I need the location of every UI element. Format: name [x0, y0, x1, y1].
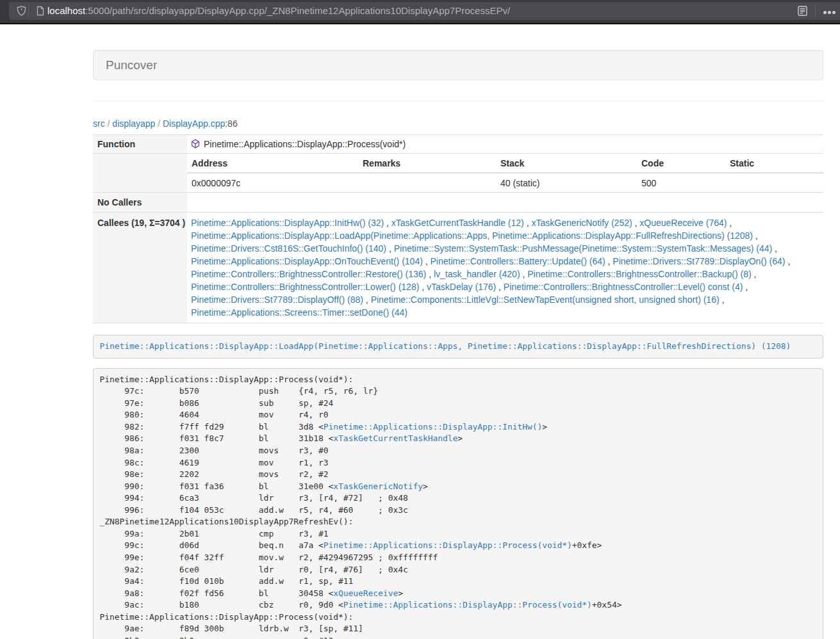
callee-link[interactable]: Pinetime::Drivers::St7789::DisplayOff() … — [191, 295, 363, 305]
reader-view-icon[interactable] — [798, 6, 807, 16]
browser-toolbar: localhost:5000/path/src/displayapp/Displ… — [0, 0, 840, 24]
function-cube-icon — [191, 139, 200, 149]
url-bar[interactable]: localhost:5000/path/src/displayapp/Displ… — [9, 2, 840, 20]
divider — [93, 101, 823, 101]
assembly-symbol-link[interactable]: xTaskGenericNotify — [333, 481, 423, 491]
shield-icon[interactable] — [16, 6, 27, 17]
callee-separator: , — [419, 282, 427, 292]
url-path: :5000/path/src/displayapp/DisplayApp.cpp… — [85, 5, 510, 16]
table-row-details: AddressRemarksStackCodeStatic 0x0000097c… — [93, 154, 823, 193]
page-actions-icon[interactable] — [823, 11, 837, 21]
callee-link[interactable]: Pinetime::System::SystemTask::PushMessag… — [394, 243, 773, 254]
callee-separator: , — [496, 282, 504, 292]
function-label: Function — [93, 135, 187, 154]
callee-separator: , — [632, 218, 640, 228]
cell-static — [725, 173, 823, 192]
callee-separator: , — [772, 243, 777, 254]
callee-separator: , — [520, 269, 528, 279]
callee-separator: , — [423, 256, 431, 266]
assembly-symbol-link[interactable]: xTaskGetCurrentTaskHandle — [333, 433, 457, 443]
callee-separator: , — [363, 295, 371, 305]
table-row-function: Function Pinetime::Applications::Display… — [93, 135, 823, 154]
breadcrumb: src / displayapp / DisplayApp.cpp:86 — [93, 117, 823, 130]
callee-separator: , — [524, 218, 532, 228]
load-app-link[interactable]: Pinetime::Applications::DisplayApp::Load… — [100, 341, 791, 351]
callee-link[interactable]: Pinetime::Controllers::Battery::Update()… — [431, 256, 605, 266]
callee-separator: , — [426, 269, 434, 279]
function-table: Function Pinetime::Applications::Display… — [93, 134, 823, 323]
callee-separator: , — [386, 243, 394, 254]
url-host: localhost — [47, 5, 85, 16]
brand-title: Puncover — [106, 58, 157, 72]
details-cell: AddressRemarksStackCodeStatic 0x0000097c… — [187, 154, 823, 193]
function-symbol: Pinetime::Applications::DisplayApp::Proc… — [204, 139, 406, 149]
no-callers-label: No Callers — [93, 193, 187, 213]
breadcrumb-separator: / — [155, 118, 163, 129]
assembly-symbol-link[interactable]: Pinetime::Applications::DisplayApp::Proc… — [343, 600, 592, 610]
callee-separator: , — [605, 256, 613, 266]
callee-link[interactable]: vTaskDelay (176) — [427, 282, 496, 292]
callees-label: Callees (19, Σ=3704 ) — [93, 213, 187, 323]
callee-link[interactable]: Pinetime::Applications::DisplayApp::OnTo… — [191, 256, 423, 266]
details-table: AddressRemarksStackCodeStatic 0x0000097c… — [187, 154, 823, 192]
column-header-code: Code — [637, 154, 725, 173]
callee-separator: , — [743, 282, 748, 292]
callee-link[interactable]: Pinetime::Drivers::Cst816S::GetTouchInfo… — [191, 243, 386, 254]
column-header-stack: Stack — [496, 154, 637, 173]
callee-separator: , — [753, 231, 758, 241]
table-row-callers: No Callers — [93, 193, 823, 213]
callee-link[interactable]: Pinetime::Components::LittleVgl::SetNewT… — [371, 295, 720, 305]
breadcrumb-link-displayapp[interactable]: displayapp — [112, 118, 155, 129]
callee-link[interactable]: Pinetime::Controllers::BrightnessControl… — [504, 282, 743, 292]
function-symbol-cell: Pinetime::Applications::DisplayApp::Proc… — [187, 135, 823, 154]
load-app-panel: Pinetime::Applications::DisplayApp::Load… — [93, 335, 823, 359]
callee-link[interactable]: Pinetime::Controllers::BrightnessControl… — [191, 282, 419, 292]
assembly-symbol-link[interactable]: Pinetime::Applications::DisplayApp::Init… — [324, 422, 542, 432]
page-icon[interactable] — [35, 6, 45, 16]
cell-code: 500 — [637, 173, 725, 192]
details-header-row: AddressRemarksStackCodeStatic — [187, 154, 823, 173]
callee-link[interactable]: Pinetime::Controllers::BrightnessControl… — [191, 269, 426, 279]
column-header-remarks: Remarks — [358, 154, 496, 173]
breadcrumb-line-number: :86 — [225, 118, 237, 129]
callees-cell: Pinetime::Applications::DisplayApp::Init… — [187, 213, 823, 323]
callee-link[interactable]: Pinetime::Applications::DisplayApp::Load… — [191, 231, 753, 241]
breadcrumb-link-DisplayApp.cpp[interactable]: DisplayApp.cpp — [163, 118, 225, 129]
assembly-symbol-link[interactable]: xQueueReceive — [333, 588, 398, 598]
column-header-address: Address — [187, 154, 358, 173]
urlbar-separator-right — [815, 4, 816, 17]
callee-separator: , — [727, 218, 732, 228]
details-label — [93, 154, 187, 193]
callee-separator: , — [384, 218, 391, 228]
callee-link[interactable]: xQueueReceive (764) — [639, 218, 727, 228]
brand-banner: Puncover — [93, 50, 823, 80]
callee-link[interactable]: lv_task_handler (420) — [434, 269, 520, 279]
cell-address: 0x0000097c — [187, 173, 358, 192]
callee-link[interactable]: xTaskGetCurrentTaskHandle (12) — [391, 218, 524, 228]
cell-remarks — [358, 173, 496, 192]
assembly-symbol-link[interactable]: Pinetime::Applications::DisplayApp::Proc… — [324, 540, 572, 550]
callee-link[interactable]: Pinetime::Applications::Screens::Timer::… — [191, 307, 408, 318]
callee-link[interactable]: Pinetime::Applications::DisplayApp::Init… — [191, 218, 384, 228]
table-row-callees: Callees (19, Σ=3704 ) Pinetime::Applicat… — [93, 213, 823, 323]
container: Puncover src / displayapp / DisplayApp.c… — [83, 50, 833, 639]
urlbar-separator-left — [28, 4, 29, 17]
callers-cell — [187, 193, 823, 213]
page-content: Puncover src / displayapp / DisplayApp.c… — [0, 50, 840, 639]
assembly-panel: Pinetime::Applications::DisplayApp::Proc… — [93, 368, 823, 639]
callee-link[interactable]: Pinetime::Controllers::BrightnessControl… — [527, 269, 751, 279]
details-data-row: 0x0000097c40 (static)500 — [187, 173, 823, 192]
url-text[interactable]: localhost:5000/path/src/displayapp/Displ… — [47, 2, 510, 20]
breadcrumb-separator: / — [105, 118, 113, 129]
callee-separator: , — [752, 269, 757, 279]
breadcrumb-link-src[interactable]: src — [93, 118, 105, 129]
callee-link[interactable]: xTaskGenericNotify (252) — [531, 218, 632, 228]
callee-link[interactable]: Pinetime::Drivers::St7789::DisplayOn() (… — [613, 256, 785, 266]
cell-stack: 40 (static) — [496, 173, 637, 192]
column-header-static: Static — [725, 154, 823, 173]
callee-separator: , — [720, 295, 725, 305]
callee-separator: , — [786, 256, 791, 266]
